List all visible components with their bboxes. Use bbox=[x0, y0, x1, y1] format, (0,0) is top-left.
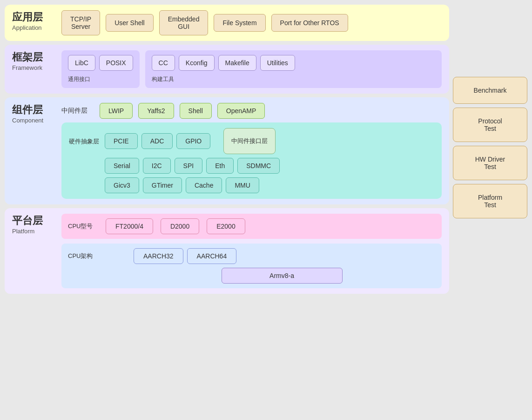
armv8-row: Armv8-a bbox=[128, 268, 435, 284]
component-layer-label: 组件层 Component bbox=[12, 103, 54, 124]
main-container: 应用层 Application TCP/IPServer User Shell … bbox=[5, 5, 527, 294]
framework-boxes2: CC Kconfig Makefile Utilities bbox=[152, 55, 435, 71]
cpu-type-row: CPU型号 FT2000/4 D2000 E2000 bbox=[61, 214, 442, 239]
cpu-arch-label: CPU架构 bbox=[68, 252, 98, 260]
platform-layer: 平台层 Platform CPU型号 FT2000/4 D2000 E2000 … bbox=[5, 208, 449, 294]
app-layer-label: 应用层 Application bbox=[12, 10, 54, 31]
box-sdmmc: SDMMC bbox=[237, 158, 280, 174]
box-lwip: LWIP bbox=[100, 103, 133, 119]
box-i2c: I2C bbox=[143, 158, 171, 174]
framework-section1: LibC POSIX 通用接口 bbox=[61, 50, 140, 88]
framework-layer: 框架层 Framework LibC POSIX 通用接口 CC Kconfig… bbox=[5, 45, 449, 94]
box-usershell: User Shell bbox=[106, 14, 154, 32]
box-benchmark: Benchmark bbox=[453, 77, 527, 104]
arch-boxes: AARCH32 AARCH64 bbox=[134, 248, 236, 264]
box-d2000: D2000 bbox=[161, 218, 199, 234]
box-protocol-test: ProtocolTest bbox=[453, 108, 527, 142]
box-gicv3: Gicv3 bbox=[105, 177, 139, 193]
box-cache: Cache bbox=[186, 177, 222, 193]
middleware-label: 中间件层 bbox=[61, 107, 94, 115]
box-filesystem: File System bbox=[214, 14, 265, 32]
box-spi: SPI bbox=[175, 158, 203, 174]
box-aarch64: AARCH64 bbox=[187, 248, 237, 264]
platform-title-zh: 平台层 bbox=[12, 214, 43, 228]
box-posix: POSIX bbox=[99, 55, 133, 71]
hw-row3: Gicv3 GTimer Cache MMU bbox=[105, 177, 434, 193]
cpu-arch-row: CPU架构 AARCH32 AARCH64 Armv8-a bbox=[61, 244, 442, 288]
framework-layer-label: 框架层 Framework bbox=[12, 50, 54, 71]
box-openamp: OpenAMP bbox=[217, 103, 265, 119]
app-boxes-container: TCP/IPServer User Shell EmbeddedGUI File… bbox=[61, 10, 442, 35]
box-yaffs2: Yaffs2 bbox=[138, 103, 174, 119]
box-libc: LibC bbox=[68, 55, 95, 71]
box-eth: Eth bbox=[206, 158, 234, 174]
box-gtimer: GTimer bbox=[143, 177, 182, 193]
box-e2000: E2000 bbox=[207, 218, 245, 234]
cpu-arch-label-row: CPU架构 AARCH32 AARCH64 bbox=[68, 248, 435, 264]
box-portrtos: Port for Other RTOS bbox=[271, 14, 348, 32]
box-kconfig: Kconfig bbox=[179, 55, 215, 71]
framework-inner: LibC POSIX 通用接口 CC Kconfig Makefile Util… bbox=[61, 50, 442, 88]
component-inner: 中间件层 LWIP Yaffs2 Shell OpenAMP 硬件抽象层 PCI… bbox=[61, 103, 442, 199]
right-panel: Benchmark ProtocolTest HW DriverTest Pla… bbox=[453, 5, 527, 294]
hw-label: 硬件抽象层 bbox=[69, 128, 99, 146]
component-layer: 组件层 Component 中间件层 LWIP Yaffs2 Shell Ope… bbox=[5, 97, 449, 204]
box-mmu: MMU bbox=[226, 177, 259, 193]
platform-inner: CPU型号 FT2000/4 D2000 E2000 CPU架构 AARCH32… bbox=[61, 214, 442, 288]
box-serial: Serial bbox=[105, 158, 139, 174]
cpu-type-label: CPU型号 bbox=[68, 222, 98, 230]
framework-title-zh: 框架层 bbox=[12, 50, 43, 64]
box-tcpip: TCP/IPServer bbox=[61, 10, 100, 35]
platform-title-en: Platform bbox=[12, 228, 34, 235]
box-aarch32: AARCH32 bbox=[134, 248, 183, 264]
app-title-en: Application bbox=[12, 24, 42, 31]
left-column: 应用层 Application TCP/IPServer User Shell … bbox=[5, 5, 449, 294]
middleware-interface-label: 中间件接口层 bbox=[223, 128, 276, 154]
framework-section2: CC Kconfig Makefile Utilities 构建工具 bbox=[145, 50, 442, 88]
framework-title-en: Framework bbox=[12, 64, 42, 71]
box-gpio: GPIO bbox=[176, 133, 210, 149]
box-pcie: PCIE bbox=[105, 133, 138, 149]
box-ft2000: FT2000/4 bbox=[106, 218, 153, 234]
section1-label: 通用接口 bbox=[68, 75, 133, 83]
component-title-zh: 组件层 bbox=[12, 103, 43, 117]
app-title-zh: 应用层 bbox=[12, 10, 43, 24]
component-title-en: Component bbox=[12, 117, 43, 124]
framework-boxes1: LibC POSIX bbox=[68, 55, 133, 71]
hw-section: 硬件抽象层 PCIE ADC GPIO 中间件接口层 Serial I2C bbox=[61, 122, 442, 199]
hw-row2: Serial I2C SPI Eth SDMMC bbox=[105, 158, 434, 174]
box-utilities: Utilities bbox=[260, 55, 295, 71]
platform-layer-label: 平台层 Platform bbox=[12, 214, 54, 235]
application-layer: 应用层 Application TCP/IPServer User Shell … bbox=[5, 5, 449, 41]
box-platform-test: PlatformTest bbox=[453, 184, 527, 218]
box-armv8: Armv8-a bbox=[222, 268, 343, 284]
box-cc: CC bbox=[152, 55, 175, 71]
box-adc: ADC bbox=[141, 133, 173, 149]
hw-boxes-col: PCIE ADC GPIO 中间件接口层 Serial I2C SPI Eth … bbox=[105, 128, 434, 193]
section2-label: 构建工具 bbox=[152, 75, 435, 83]
box-shell: Shell bbox=[180, 103, 212, 119]
box-embeddedgui: EmbeddedGUI bbox=[159, 10, 209, 35]
box-hwdriver-test: HW DriverTest bbox=[453, 146, 527, 180]
box-makefile: Makefile bbox=[218, 55, 256, 71]
hw-row1: PCIE ADC GPIO 中间件接口层 bbox=[105, 128, 434, 154]
middleware-row: 中间件层 LWIP Yaffs2 Shell OpenAMP bbox=[61, 103, 442, 119]
